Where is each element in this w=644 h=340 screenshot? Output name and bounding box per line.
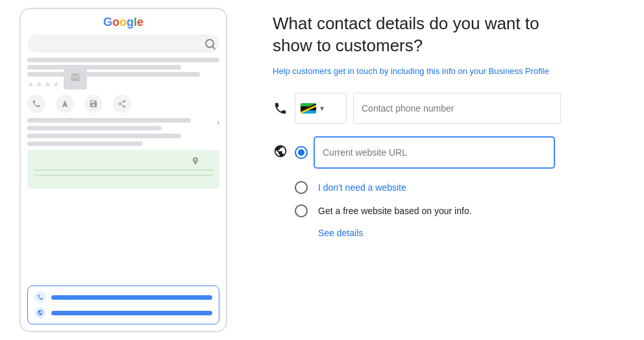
card-phone-line — [51, 295, 212, 300]
see-details-link[interactable]: See details — [273, 228, 618, 238]
country-select[interactable]: ▾ — [295, 93, 347, 124]
map-pin-icon — [191, 156, 200, 167]
action-save-icon — [84, 95, 103, 113]
no-website-radio[interactable] — [295, 181, 308, 194]
website-url-input[interactable] — [314, 137, 554, 168]
google-logo: Google — [27, 16, 219, 29]
info-lines — [27, 118, 219, 146]
search-bar-mock — [27, 34, 219, 53]
gray-lines-top — [27, 58, 219, 77]
left-panel: Google ★ ★ ★ ★ — [0, 0, 247, 340]
dropdown-arrow-icon: ▾ — [320, 104, 324, 113]
no-website-label[interactable]: I don't need a website — [318, 182, 406, 193]
map-section — [27, 150, 219, 189]
stars-row: ★ ★ ★ ★ — [27, 79, 219, 90]
star-rating: ★ ★ ★ ★ — [27, 80, 60, 89]
right-panel: What contact details do you want to show… — [247, 0, 644, 340]
phone-input-row: ▾ — [273, 93, 618, 124]
action-icons-row — [27, 95, 219, 113]
free-website-radio[interactable] — [295, 204, 308, 217]
card-phone-icon — [34, 291, 46, 303]
action-directions-icon — [56, 95, 74, 113]
website-input-row — [273, 137, 618, 168]
card-globe-icon — [34, 307, 46, 319]
free-website-option-row: Get a free website based on your info. — [273, 204, 618, 217]
phone-mockup: Google ★ ★ ★ ★ — [19, 8, 227, 332]
map-lines — [34, 169, 213, 176]
subtitle: Help customers get in touch by including… — [273, 65, 558, 78]
store-icon — [64, 66, 87, 90]
globe-field-icon — [273, 144, 288, 162]
card-web-line — [51, 311, 212, 315]
main-title: What contact details do you want to show… — [273, 13, 571, 57]
no-website-option-row: I don't need a website — [273, 181, 618, 194]
phone-number-input[interactable] — [353, 93, 561, 124]
bottom-card-phone-row — [34, 291, 212, 303]
action-phone-icon — [27, 95, 45, 113]
search-icon — [205, 39, 214, 48]
website-url-radio[interactable] — [295, 146, 308, 159]
free-website-label: Get a free website based on your info. — [318, 206, 472, 216]
bottom-card-web-row — [34, 307, 212, 319]
flag-tz — [301, 103, 316, 114]
action-share-icon — [113, 95, 131, 113]
phone-field-icon — [273, 101, 288, 115]
bottom-card — [27, 285, 219, 324]
chevron-right-icon: › — [217, 118, 219, 127]
